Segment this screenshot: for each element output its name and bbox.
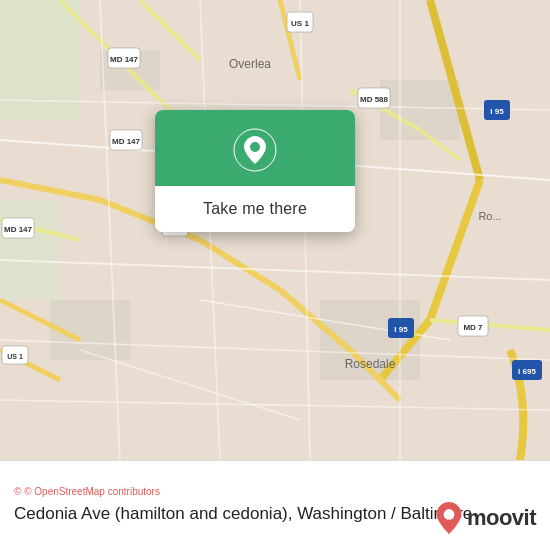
svg-text:I 95: I 95 <box>490 107 504 116</box>
svg-text:US 1: US 1 <box>7 353 23 360</box>
svg-text:MD 588: MD 588 <box>360 95 389 104</box>
svg-point-66 <box>444 509 455 520</box>
svg-text:I 695: I 695 <box>518 367 536 376</box>
svg-point-65 <box>250 142 260 152</box>
map-container: US 1 MD 147 MD 147 MD 147 MD 588 I 95 I … <box>0 0 550 460</box>
popup-header <box>155 110 355 186</box>
svg-text:MD 147: MD 147 <box>112 137 141 146</box>
moovit-pin-icon <box>435 502 463 534</box>
attribution-text: © OpenStreetMap contributors <box>24 486 160 497</box>
svg-text:Rosedale: Rosedale <box>345 357 396 371</box>
svg-rect-1 <box>0 0 80 120</box>
svg-text:MD 7: MD 7 <box>463 323 483 332</box>
moovit-logo: moovit <box>435 502 536 534</box>
bottom-bar: © © OpenStreetMap contributors Cedonia A… <box>0 460 550 550</box>
svg-text:Overlea: Overlea <box>229 57 271 71</box>
take-me-there-button[interactable]: Take me there <box>155 186 355 232</box>
svg-text:MD 147: MD 147 <box>4 225 33 234</box>
svg-text:Ro...: Ro... <box>478 210 501 222</box>
popup-card: Take me there <box>155 110 355 232</box>
attribution: © © OpenStreetMap contributors <box>14 486 536 497</box>
svg-text:I 95: I 95 <box>394 325 408 334</box>
svg-text:MD 147: MD 147 <box>110 55 139 64</box>
svg-text:US 1: US 1 <box>291 19 309 28</box>
moovit-text: moovit <box>467 505 536 531</box>
copyright-symbol: © <box>14 486 21 497</box>
location-pin-icon <box>233 128 277 172</box>
svg-rect-2 <box>0 200 60 300</box>
